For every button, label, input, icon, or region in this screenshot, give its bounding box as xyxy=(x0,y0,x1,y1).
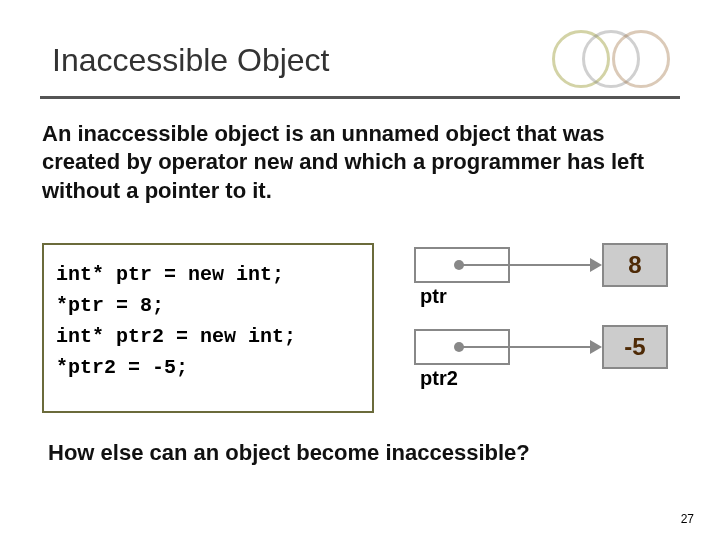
pointer-diagram: 8 ptr -5 ptr2 xyxy=(400,243,680,413)
pointer-arrow-icon xyxy=(460,264,600,266)
heap-value-box: -5 xyxy=(602,325,668,369)
page-number: 27 xyxy=(681,512,694,526)
pointer-label: ptr xyxy=(420,285,447,308)
title-row: Inaccessible Object xyxy=(52,30,680,90)
decorative-circles xyxy=(552,30,670,88)
code-example: int* ptr = new int; *ptr = 8; int* ptr2 … xyxy=(42,243,374,413)
code-line: int* ptr2 = new int; xyxy=(56,321,360,352)
heap-value: 8 xyxy=(628,251,641,279)
body-paragraph: An inaccessible object is an unnamed obj… xyxy=(42,120,678,205)
slide-title: Inaccessible Object xyxy=(52,42,329,79)
ptr-row: -5 ptr2 xyxy=(400,325,680,395)
code-line: int* ptr = new int; xyxy=(56,259,360,290)
heap-value-box: 8 xyxy=(602,243,668,287)
circle-decoration xyxy=(612,30,670,88)
pointer-arrow-icon xyxy=(460,346,600,348)
heap-value: -5 xyxy=(624,333,645,361)
code-line: *ptr = 8; xyxy=(56,290,360,321)
slide: Inaccessible Object An inaccessible obje… xyxy=(0,0,720,540)
title-underline xyxy=(40,96,680,99)
followup-question: How else can an object become inaccessib… xyxy=(48,440,680,466)
keyword-new: new xyxy=(254,151,294,176)
pointer-label: ptr2 xyxy=(420,367,458,390)
code-line: *ptr2 = -5; xyxy=(56,352,360,383)
ptr-row: 8 ptr xyxy=(400,243,680,313)
